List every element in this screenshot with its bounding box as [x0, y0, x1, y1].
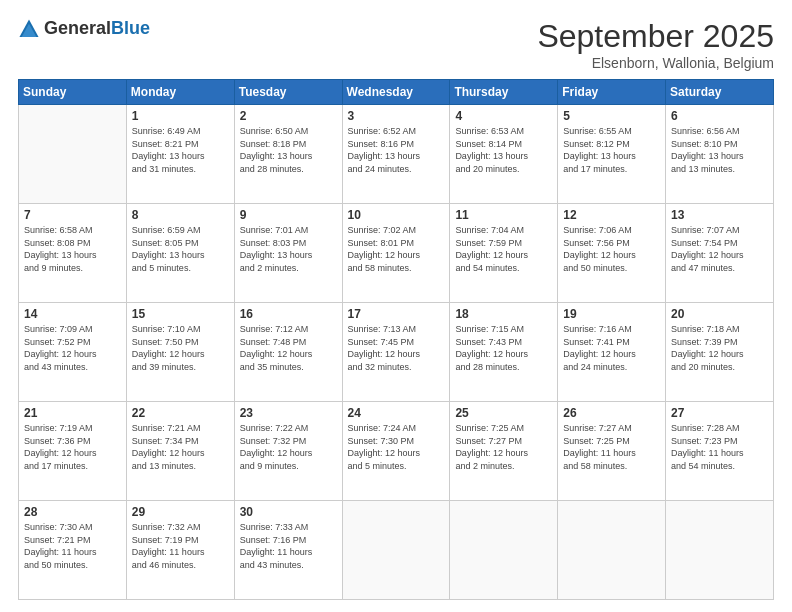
day-info: Sunrise: 7:13 AMSunset: 7:45 PMDaylight:…: [348, 323, 445, 373]
day-info: Sunrise: 7:04 AMSunset: 7:59 PMDaylight:…: [455, 224, 552, 274]
table-row: 24Sunrise: 7:24 AMSunset: 7:30 PMDayligh…: [342, 402, 450, 501]
day-info: Sunrise: 7:33 AMSunset: 7:16 PMDaylight:…: [240, 521, 337, 571]
table-row: 18Sunrise: 7:15 AMSunset: 7:43 PMDayligh…: [450, 303, 558, 402]
logo: GeneralBlue: [18, 18, 150, 40]
day-info: Sunrise: 7:21 AMSunset: 7:34 PMDaylight:…: [132, 422, 229, 472]
day-number: 29: [132, 505, 229, 519]
calendar-table: Sunday Monday Tuesday Wednesday Thursday…: [18, 79, 774, 600]
subtitle: Elsenborn, Wallonia, Belgium: [537, 55, 774, 71]
table-row: [450, 501, 558, 600]
table-row: [666, 501, 774, 600]
day-number: 14: [24, 307, 121, 321]
table-row: 6Sunrise: 6:56 AMSunset: 8:10 PMDaylight…: [666, 105, 774, 204]
calendar-week-row: 1Sunrise: 6:49 AMSunset: 8:21 PMDaylight…: [19, 105, 774, 204]
day-info: Sunrise: 6:58 AMSunset: 8:08 PMDaylight:…: [24, 224, 121, 274]
table-row: 22Sunrise: 7:21 AMSunset: 7:34 PMDayligh…: [126, 402, 234, 501]
day-info: Sunrise: 7:16 AMSunset: 7:41 PMDaylight:…: [563, 323, 660, 373]
page: GeneralBlue September 2025 Elsenborn, Wa…: [0, 0, 792, 612]
calendar-week-row: 7Sunrise: 6:58 AMSunset: 8:08 PMDaylight…: [19, 204, 774, 303]
day-number: 30: [240, 505, 337, 519]
day-info: Sunrise: 7:30 AMSunset: 7:21 PMDaylight:…: [24, 521, 121, 571]
table-row: 17Sunrise: 7:13 AMSunset: 7:45 PMDayligh…: [342, 303, 450, 402]
day-info: Sunrise: 7:22 AMSunset: 7:32 PMDaylight:…: [240, 422, 337, 472]
day-info: Sunrise: 6:55 AMSunset: 8:12 PMDaylight:…: [563, 125, 660, 175]
table-row: 27Sunrise: 7:28 AMSunset: 7:23 PMDayligh…: [666, 402, 774, 501]
day-number: 11: [455, 208, 552, 222]
day-info: Sunrise: 6:59 AMSunset: 8:05 PMDaylight:…: [132, 224, 229, 274]
col-monday: Monday: [126, 80, 234, 105]
day-info: Sunrise: 6:53 AMSunset: 8:14 PMDaylight:…: [455, 125, 552, 175]
table-row: 30Sunrise: 7:33 AMSunset: 7:16 PMDayligh…: [234, 501, 342, 600]
table-row: 2Sunrise: 6:50 AMSunset: 8:18 PMDaylight…: [234, 105, 342, 204]
day-info: Sunrise: 7:28 AMSunset: 7:23 PMDaylight:…: [671, 422, 768, 472]
day-info: Sunrise: 6:56 AMSunset: 8:10 PMDaylight:…: [671, 125, 768, 175]
table-row: 8Sunrise: 6:59 AMSunset: 8:05 PMDaylight…: [126, 204, 234, 303]
day-number: 16: [240, 307, 337, 321]
day-number: 3: [348, 109, 445, 123]
day-number: 28: [24, 505, 121, 519]
col-sunday: Sunday: [19, 80, 127, 105]
table-row: [342, 501, 450, 600]
table-row: 7Sunrise: 6:58 AMSunset: 8:08 PMDaylight…: [19, 204, 127, 303]
day-info: Sunrise: 7:02 AMSunset: 8:01 PMDaylight:…: [348, 224, 445, 274]
day-info: Sunrise: 7:07 AMSunset: 7:54 PMDaylight:…: [671, 224, 768, 274]
col-tuesday: Tuesday: [234, 80, 342, 105]
day-number: 5: [563, 109, 660, 123]
day-number: 8: [132, 208, 229, 222]
logo-general: GeneralBlue: [44, 19, 150, 39]
day-info: Sunrise: 7:27 AMSunset: 7:25 PMDaylight:…: [563, 422, 660, 472]
day-info: Sunrise: 7:06 AMSunset: 7:56 PMDaylight:…: [563, 224, 660, 274]
day-number: 18: [455, 307, 552, 321]
day-number: 15: [132, 307, 229, 321]
main-title: September 2025: [537, 18, 774, 55]
day-info: Sunrise: 6:52 AMSunset: 8:16 PMDaylight:…: [348, 125, 445, 175]
table-row: 28Sunrise: 7:30 AMSunset: 7:21 PMDayligh…: [19, 501, 127, 600]
day-number: 12: [563, 208, 660, 222]
table-row: 1Sunrise: 6:49 AMSunset: 8:21 PMDaylight…: [126, 105, 234, 204]
day-number: 22: [132, 406, 229, 420]
day-number: 9: [240, 208, 337, 222]
day-info: Sunrise: 7:25 AMSunset: 7:27 PMDaylight:…: [455, 422, 552, 472]
day-number: 24: [348, 406, 445, 420]
day-number: 25: [455, 406, 552, 420]
day-number: 27: [671, 406, 768, 420]
day-number: 20: [671, 307, 768, 321]
calendar-week-row: 21Sunrise: 7:19 AMSunset: 7:36 PMDayligh…: [19, 402, 774, 501]
table-row: 25Sunrise: 7:25 AMSunset: 7:27 PMDayligh…: [450, 402, 558, 501]
col-thursday: Thursday: [450, 80, 558, 105]
day-number: 4: [455, 109, 552, 123]
day-info: Sunrise: 7:01 AMSunset: 8:03 PMDaylight:…: [240, 224, 337, 274]
table-row: 5Sunrise: 6:55 AMSunset: 8:12 PMDaylight…: [558, 105, 666, 204]
day-number: 19: [563, 307, 660, 321]
col-friday: Friday: [558, 80, 666, 105]
col-saturday: Saturday: [666, 80, 774, 105]
day-info: Sunrise: 7:12 AMSunset: 7:48 PMDaylight:…: [240, 323, 337, 373]
day-info: Sunrise: 7:18 AMSunset: 7:39 PMDaylight:…: [671, 323, 768, 373]
table-row: 15Sunrise: 7:10 AMSunset: 7:50 PMDayligh…: [126, 303, 234, 402]
day-info: Sunrise: 7:15 AMSunset: 7:43 PMDaylight:…: [455, 323, 552, 373]
table-row: 9Sunrise: 7:01 AMSunset: 8:03 PMDaylight…: [234, 204, 342, 303]
day-info: Sunrise: 7:19 AMSunset: 7:36 PMDaylight:…: [24, 422, 121, 472]
day-number: 2: [240, 109, 337, 123]
table-row: 19Sunrise: 7:16 AMSunset: 7:41 PMDayligh…: [558, 303, 666, 402]
table-row: 10Sunrise: 7:02 AMSunset: 8:01 PMDayligh…: [342, 204, 450, 303]
day-info: Sunrise: 7:24 AMSunset: 7:30 PMDaylight:…: [348, 422, 445, 472]
table-row: 3Sunrise: 6:52 AMSunset: 8:16 PMDaylight…: [342, 105, 450, 204]
table-row: 14Sunrise: 7:09 AMSunset: 7:52 PMDayligh…: [19, 303, 127, 402]
header: GeneralBlue September 2025 Elsenborn, Wa…: [18, 18, 774, 71]
table-row: 11Sunrise: 7:04 AMSunset: 7:59 PMDayligh…: [450, 204, 558, 303]
table-row: 23Sunrise: 7:22 AMSunset: 7:32 PMDayligh…: [234, 402, 342, 501]
col-wednesday: Wednesday: [342, 80, 450, 105]
day-number: 7: [24, 208, 121, 222]
table-row: 13Sunrise: 7:07 AMSunset: 7:54 PMDayligh…: [666, 204, 774, 303]
title-block: September 2025 Elsenborn, Wallonia, Belg…: [537, 18, 774, 71]
day-number: 10: [348, 208, 445, 222]
table-row: 20Sunrise: 7:18 AMSunset: 7:39 PMDayligh…: [666, 303, 774, 402]
day-number: 26: [563, 406, 660, 420]
table-row: [558, 501, 666, 600]
calendar-week-row: 28Sunrise: 7:30 AMSunset: 7:21 PMDayligh…: [19, 501, 774, 600]
logo-icon: [18, 18, 40, 40]
table-row: 29Sunrise: 7:32 AMSunset: 7:19 PMDayligh…: [126, 501, 234, 600]
calendar-week-row: 14Sunrise: 7:09 AMSunset: 7:52 PMDayligh…: [19, 303, 774, 402]
table-row: [19, 105, 127, 204]
